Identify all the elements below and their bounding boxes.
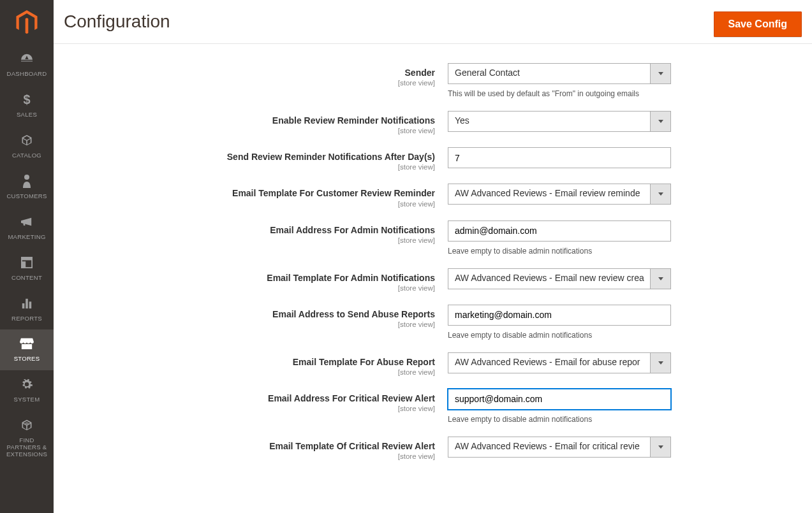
field-label: Send Review Reminder Notifications After…: [227, 151, 435, 163]
tpl-abuse-select[interactable]: AW Advanced Reviews - Email for abuse re…: [448, 352, 671, 373]
sidebar-item-label: FIND PARTNERS & EXTENSIONS: [3, 437, 51, 458]
sidebar-item-label: CATALOG: [12, 152, 41, 159]
dollar-icon: $: [22, 92, 31, 107]
field-reminder-days: Send Review Reminder Notifications After…: [73, 147, 793, 171]
reminder-days-input[interactable]: [448, 147, 671, 168]
field-tpl-customer-reminder: Email Template For Customer Review Remin…: [73, 184, 793, 207]
sidebar-item-label: SALES: [17, 112, 37, 119]
field-label: Email Address For Admin Notifications: [270, 224, 435, 236]
field-admin-email: Email Address For Admin Notifications [s…: [73, 220, 793, 256]
scope-label: [store view]: [73, 79, 435, 87]
dashboard-icon: [20, 51, 34, 66]
chevron-down-icon: [650, 268, 671, 289]
page-header: Configuration Save Config: [54, 0, 812, 44]
sidebar-item-sales[interactable]: $ SALES: [0, 85, 54, 126]
field-hint: Leave empty to disable admin notificatio…: [448, 247, 671, 256]
chevron-down-icon: [650, 437, 671, 458]
sidebar-item-stores[interactable]: STORES: [0, 329, 54, 370]
field-enable-reminder: Enable Review Reminder Notifications [st…: [73, 111, 793, 134]
magento-logo[interactable]: [0, 0, 54, 45]
sidebar-item-label: CONTENT: [11, 275, 42, 282]
field-hint: This will be used by default as "From" i…: [448, 89, 671, 98]
abuse-email-input[interactable]: [448, 305, 671, 326]
megaphone-icon: [20, 214, 34, 229]
field-label: Email Template For Customer Review Remin…: [232, 187, 435, 199]
field-label: Enable Review Reminder Notifications: [272, 115, 435, 126]
svg-rect-5: [22, 303, 25, 308]
scope-label: [store view]: [73, 163, 435, 171]
field-label: Email Address For Critical Review Alert: [268, 393, 435, 404]
field-critical-email: Email Address For Critical Review Alert …: [73, 389, 793, 424]
sidebar-item-label: REPORTS: [11, 315, 42, 322]
field-tpl-abuse: Email Template For Abuse Report [store v…: [73, 352, 793, 376]
admin-sidebar: DASHBOARD $ SALES CATALOG CUSTOMERS MARK…: [0, 0, 54, 513]
field-sender: Sender [store view] General Contact This…: [73, 63, 793, 98]
layout-icon: [21, 255, 33, 270]
sidebar-item-marketing[interactable]: MARKETING: [0, 208, 54, 249]
chevron-down-icon: [650, 184, 671, 205]
chevron-down-icon: [650, 352, 671, 373]
main-content: Configuration Save Config Sender [store …: [54, 0, 812, 513]
sidebar-item-label: DASHBOARD: [7, 71, 47, 78]
cube-icon: [20, 133, 33, 148]
scope-label: [store view]: [73, 405, 435, 412]
chevron-down-icon: [650, 63, 671, 84]
sidebar-item-dashboard[interactable]: DASHBOARD: [0, 45, 54, 85]
admin-email-input[interactable]: [448, 220, 671, 242]
sidebar-item-label: MARKETING: [8, 234, 45, 241]
tpl-critical-select[interactable]: AW Advanced Reviews - Email for critical…: [448, 437, 671, 458]
magento-logo-icon: [16, 10, 38, 34]
scope-label: [store view]: [73, 236, 435, 244]
sidebar-item-label: STORES: [14, 356, 40, 363]
sidebar-item-reports[interactable]: REPORTS: [0, 289, 54, 330]
tpl-admin-select[interactable]: AW Advanced Reviews - Email new review c…: [448, 268, 671, 289]
svg-rect-4: [22, 261, 26, 268]
svg-point-1: [24, 175, 29, 180]
svg-text:$: $: [23, 92, 30, 106]
field-label: Email Template For Admin Notifications: [267, 272, 435, 284]
field-label: Sender: [405, 67, 435, 78]
field-tpl-admin: Email Template For Admin Notifications […: [73, 268, 793, 292]
field-hint: Leave empty to disable admin notificatio…: [448, 331, 671, 340]
critical-email-input[interactable]: [448, 389, 671, 410]
field-abuse-email: Email Address to Send Abuse Reports [sto…: [73, 305, 793, 340]
scope-label: [store view]: [73, 452, 435, 460]
svg-rect-6: [26, 298, 28, 308]
field-tpl-critical: Email Template Of Critical Review Alert …: [73, 437, 793, 460]
scope-label: [store view]: [73, 284, 435, 292]
sidebar-item-label: SYSTEM: [14, 396, 40, 403]
enable-reminder-select[interactable]: Yes: [448, 111, 671, 132]
scope-label: [store view]: [73, 321, 435, 328]
chevron-down-icon: [650, 111, 671, 132]
save-config-button[interactable]: Save Config: [714, 11, 802, 37]
scope-label: [store view]: [73, 200, 435, 208]
partners-icon: [20, 417, 33, 433]
field-hint: Leave empty to disable admin notificatio…: [448, 415, 671, 424]
bar-chart-icon: [21, 296, 33, 311]
sidebar-item-label: CUSTOMERS: [6, 193, 47, 200]
tpl-customer-reminder-select[interactable]: AW Advanced Reviews - Email review remin…: [448, 184, 671, 205]
sidebar-item-partners[interactable]: FIND PARTNERS & EXTENSIONS: [0, 411, 54, 466]
gear-icon: [20, 377, 33, 392]
sidebar-item-content[interactable]: CONTENT: [0, 249, 54, 289]
field-label: Email Address to Send Abuse Reports: [272, 308, 435, 320]
sidebar-item-catalog[interactable]: CATALOG: [0, 126, 54, 167]
sender-select[interactable]: General Contact: [448, 63, 671, 84]
store-icon: [20, 336, 34, 351]
person-icon: [22, 173, 32, 189]
svg-rect-7: [29, 301, 32, 308]
config-form: Sender [store view] General Contact This…: [54, 44, 812, 492]
field-label: Email Template Of Critical Review Alert: [269, 440, 435, 452]
page-title: Configuration: [64, 11, 170, 32]
sidebar-item-customers[interactable]: CUSTOMERS: [0, 167, 54, 208]
scope-label: [store view]: [73, 368, 435, 376]
scope-label: [store view]: [73, 127, 435, 134]
sidebar-item-system[interactable]: SYSTEM: [0, 370, 54, 411]
field-label: Email Template For Abuse Report: [293, 356, 435, 368]
svg-rect-3: [22, 257, 32, 261]
